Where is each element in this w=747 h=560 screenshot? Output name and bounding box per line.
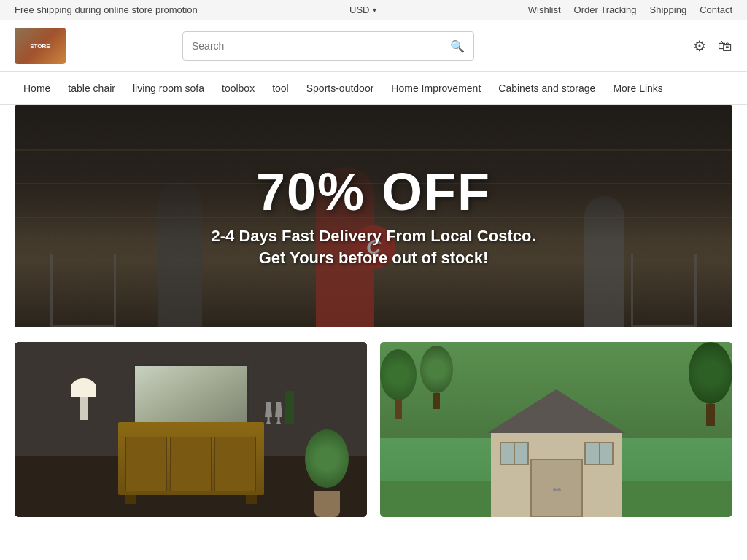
shipping-link[interactable]: Shipping <box>650 4 687 15</box>
shed-window-left <box>500 442 529 465</box>
search-bar: 🔍 <box>182 31 474 61</box>
wine-glasses <box>265 391 294 424</box>
nav-living-room-sofa[interactable]: living room sofa <box>124 72 213 104</box>
logo-text: STORE <box>30 43 50 50</box>
hero-discount-text: 70% OFF <box>256 166 491 218</box>
nav-tool[interactable]: tool <box>263 72 298 104</box>
nav-sports-outdoor[interactable]: Sports-outdoor <box>298 72 383 104</box>
category-card-furniture[interactable] <box>15 342 367 517</box>
chevron-down-icon: ▾ <box>373 6 376 14</box>
top-bar: Free shipping during online store promot… <box>0 0 747 20</box>
nav-cabinets-storage[interactable]: Cabinets and storage <box>489 72 604 104</box>
order-tracking-link[interactable]: Order Tracking <box>574 4 637 15</box>
search-icon: 🔍 <box>450 40 465 52</box>
currency-selector[interactable]: USD ▾ <box>349 4 376 15</box>
user-icon[interactable]: ⚙ <box>693 37 706 55</box>
shed <box>491 400 622 517</box>
nav-table-chair[interactable]: table chair <box>59 72 124 104</box>
hero-subtitle-text: 2-4 Days Fast Delivery From Local Costco… <box>211 227 535 246</box>
header: STORE 🔍 ⚙ 🛍 <box>0 20 747 72</box>
shed-body <box>491 433 622 517</box>
nav-toolbox[interactable]: toolbox <box>213 72 263 104</box>
currency-label: USD <box>349 4 369 15</box>
tree-mid <box>420 346 453 409</box>
logo[interactable]: STORE <box>15 28 66 64</box>
cart-icon[interactable]: 🛍 <box>718 38 732 55</box>
nav-home[interactable]: Home <box>15 72 59 104</box>
table-lamp <box>73 378 95 422</box>
main-nav: Home table chair living room sofa toolbo… <box>0 72 747 105</box>
shed-window-right <box>584 442 614 465</box>
shed-door <box>530 459 583 517</box>
top-bar-links: Wishlist Order Tracking Shipping Contact <box>528 4 732 15</box>
search-input[interactable] <box>183 34 441 58</box>
hero-tagline-text: Get Yours before out of stock! <box>259 249 489 268</box>
tree-far-right <box>689 342 732 426</box>
wishlist-link[interactable]: Wishlist <box>528 4 561 15</box>
category-section <box>15 342 732 517</box>
outdoor-scene <box>380 342 732 517</box>
indoor-plant <box>309 429 345 517</box>
nav-home-improvement[interactable]: Home Improvement <box>382 72 489 104</box>
category-card-outdoor[interactable] <box>380 342 732 517</box>
tree-far-left <box>380 349 417 419</box>
furniture-scene <box>15 342 367 517</box>
header-icons: ⚙ 🛍 <box>693 37 732 55</box>
dresser <box>118 422 264 495</box>
nav-more-links[interactable]: More Links <box>604 72 671 104</box>
hero-text-block: 70% OFF 2-4 Days Fast Delivery From Loca… <box>15 105 732 327</box>
hero-banner: C 70% OFF 2-4 Days Fast Delivery From Lo… <box>15 105 732 327</box>
contact-link[interactable]: Contact <box>700 4 732 15</box>
search-button[interactable]: 🔍 <box>441 34 473 59</box>
promo-text: Free shipping during online store promot… <box>15 4 198 15</box>
